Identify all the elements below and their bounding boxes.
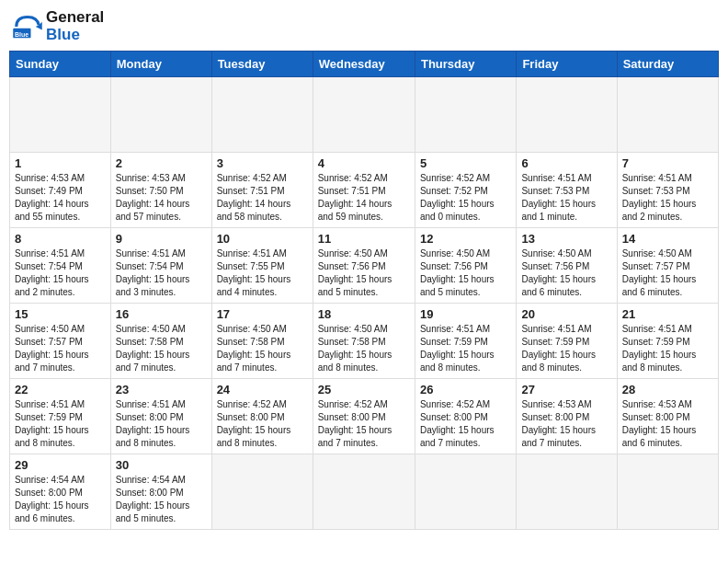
col-header-sunday: Sunday <box>10 52 111 77</box>
day-cell-11: 11Sunrise: 4:50 AM Sunset: 7:56 PM Dayli… <box>313 228 415 304</box>
day-cell-19: 19Sunrise: 4:51 AM Sunset: 7:59 PM Dayli… <box>415 304 516 379</box>
empty-cell <box>617 77 718 153</box>
col-header-friday: Friday <box>517 52 617 77</box>
empty-cell <box>415 454 516 530</box>
day-number: 29 <box>15 458 106 472</box>
day-cell-3: 3Sunrise: 4:52 AM Sunset: 7:51 PM Daylig… <box>211 153 313 228</box>
day-number: 15 <box>15 307 106 321</box>
col-header-saturday: Saturday <box>617 52 718 77</box>
col-header-wednesday: Wednesday <box>313 52 415 77</box>
svg-text:Blue: Blue <box>15 30 28 37</box>
day-number: 20 <box>521 307 611 321</box>
day-number: 9 <box>116 232 207 246</box>
empty-cell <box>313 454 415 530</box>
empty-cell <box>211 454 313 530</box>
day-cell-2: 2Sunrise: 4:53 AM Sunset: 7:50 PM Daylig… <box>110 153 211 228</box>
day-info: Sunrise: 4:50 AM Sunset: 7:56 PM Dayligh… <box>521 247 611 299</box>
week-row-5: 29Sunrise: 4:54 AM Sunset: 8:00 PM Dayli… <box>10 454 719 530</box>
day-info: Sunrise: 4:52 AM Sunset: 8:00 PM Dayligh… <box>420 398 511 450</box>
day-cell-9: 9Sunrise: 4:51 AM Sunset: 7:54 PM Daylig… <box>110 228 211 304</box>
logo-text-line2: Blue <box>46 27 104 44</box>
day-cell-1: 1Sunrise: 4:53 AM Sunset: 7:49 PM Daylig… <box>10 153 111 228</box>
empty-cell <box>110 77 211 153</box>
day-info: Sunrise: 4:51 AM Sunset: 7:59 PM Dayligh… <box>15 398 106 450</box>
calendar-header-row: SundayMondayTuesdayWednesdayThursdayFrid… <box>10 52 719 77</box>
empty-cell <box>517 77 617 153</box>
day-cell-28: 28Sunrise: 4:53 AM Sunset: 8:00 PM Dayli… <box>617 379 718 454</box>
day-info: Sunrise: 4:50 AM Sunset: 7:57 PM Dayligh… <box>622 247 713 299</box>
day-info: Sunrise: 4:50 AM Sunset: 7:58 PM Dayligh… <box>318 323 410 374</box>
day-cell-13: 13Sunrise: 4:50 AM Sunset: 7:56 PM Dayli… <box>517 228 617 304</box>
day-number: 1 <box>15 156 106 170</box>
day-cell-5: 5Sunrise: 4:52 AM Sunset: 7:52 PM Daylig… <box>415 153 516 228</box>
day-cell-12: 12Sunrise: 4:50 AM Sunset: 7:56 PM Dayli… <box>415 228 516 304</box>
day-info: Sunrise: 4:50 AM Sunset: 7:57 PM Dayligh… <box>15 323 106 374</box>
day-number: 6 <box>521 156 611 170</box>
day-number: 10 <box>217 232 308 246</box>
day-number: 25 <box>318 383 410 396</box>
day-cell-20: 20Sunrise: 4:51 AM Sunset: 7:59 PM Dayli… <box>517 304 617 379</box>
day-cell-30: 30Sunrise: 4:54 AM Sunset: 8:00 PM Dayli… <box>110 454 211 530</box>
day-info: Sunrise: 4:51 AM Sunset: 7:54 PM Dayligh… <box>15 247 106 299</box>
day-info: Sunrise: 4:52 AM Sunset: 7:51 PM Dayligh… <box>318 172 410 224</box>
day-info: Sunrise: 4:51 AM Sunset: 7:53 PM Dayligh… <box>622 172 713 224</box>
day-info: Sunrise: 4:51 AM Sunset: 7:59 PM Dayligh… <box>622 323 713 374</box>
empty-cell <box>517 454 617 530</box>
day-number: 30 <box>116 458 207 472</box>
col-header-tuesday: Tuesday <box>211 52 313 77</box>
day-number: 3 <box>217 156 308 170</box>
week-row-2: 8Sunrise: 4:51 AM Sunset: 7:54 PM Daylig… <box>10 228 719 304</box>
day-number: 13 <box>521 232 611 246</box>
day-cell-14: 14Sunrise: 4:50 AM Sunset: 7:57 PM Dayli… <box>617 228 718 304</box>
day-number: 16 <box>116 307 207 321</box>
day-info: Sunrise: 4:52 AM Sunset: 7:52 PM Dayligh… <box>420 172 511 224</box>
day-number: 7 <box>622 156 713 170</box>
col-header-thursday: Thursday <box>415 52 516 77</box>
day-number: 24 <box>217 383 308 396</box>
day-number: 23 <box>116 383 207 396</box>
day-info: Sunrise: 4:50 AM Sunset: 7:58 PM Dayligh… <box>217 323 308 374</box>
day-info: Sunrise: 4:52 AM Sunset: 7:51 PM Dayligh… <box>217 172 308 224</box>
day-cell-6: 6Sunrise: 4:51 AM Sunset: 7:53 PM Daylig… <box>517 153 617 228</box>
day-info: Sunrise: 4:54 AM Sunset: 8:00 PM Dayligh… <box>116 474 207 525</box>
day-number: 27 <box>521 383 611 396</box>
day-number: 22 <box>15 383 106 396</box>
day-cell-29: 29Sunrise: 4:54 AM Sunset: 8:00 PM Dayli… <box>10 454 111 530</box>
day-number: 8 <box>15 232 106 246</box>
day-cell-15: 15Sunrise: 4:50 AM Sunset: 7:57 PM Dayli… <box>10 304 111 379</box>
day-info: Sunrise: 4:51 AM Sunset: 7:55 PM Dayligh… <box>217 247 308 299</box>
day-cell-16: 16Sunrise: 4:50 AM Sunset: 7:58 PM Dayli… <box>110 304 211 379</box>
day-cell-21: 21Sunrise: 4:51 AM Sunset: 7:59 PM Dayli… <box>617 304 718 379</box>
day-cell-25: 25Sunrise: 4:52 AM Sunset: 8:00 PM Dayli… <box>313 379 415 454</box>
day-cell-22: 22Sunrise: 4:51 AM Sunset: 7:59 PM Dayli… <box>10 379 111 454</box>
day-cell-26: 26Sunrise: 4:52 AM Sunset: 8:00 PM Dayli… <box>415 379 516 454</box>
day-number: 4 <box>318 156 410 170</box>
day-number: 14 <box>622 232 713 246</box>
day-info: Sunrise: 4:52 AM Sunset: 8:00 PM Dayligh… <box>217 398 308 450</box>
empty-cell <box>10 77 111 153</box>
day-cell-4: 4Sunrise: 4:52 AM Sunset: 7:51 PM Daylig… <box>313 153 415 228</box>
week-row-1: 1Sunrise: 4:53 AM Sunset: 7:49 PM Daylig… <box>10 153 719 228</box>
week-row-0 <box>10 77 719 153</box>
empty-cell <box>617 454 718 530</box>
day-number: 5 <box>420 156 511 170</box>
day-info: Sunrise: 4:51 AM Sunset: 7:59 PM Dayligh… <box>521 323 611 374</box>
logo: Blue General Blue <box>13 9 104 43</box>
day-cell-10: 10Sunrise: 4:51 AM Sunset: 7:55 PM Dayli… <box>211 228 313 304</box>
day-number: 21 <box>622 307 713 321</box>
col-header-monday: Monday <box>110 52 211 77</box>
day-info: Sunrise: 4:53 AM Sunset: 8:00 PM Dayligh… <box>622 398 713 450</box>
week-row-4: 22Sunrise: 4:51 AM Sunset: 7:59 PM Dayli… <box>10 379 719 454</box>
day-info: Sunrise: 4:53 AM Sunset: 8:00 PM Dayligh… <box>521 398 611 450</box>
day-number: 17 <box>217 307 308 321</box>
day-info: Sunrise: 4:51 AM Sunset: 8:00 PM Dayligh… <box>116 398 207 450</box>
day-cell-8: 8Sunrise: 4:51 AM Sunset: 7:54 PM Daylig… <box>10 228 111 304</box>
day-info: Sunrise: 4:53 AM Sunset: 7:49 PM Dayligh… <box>15 172 106 224</box>
day-info: Sunrise: 4:51 AM Sunset: 7:59 PM Dayligh… <box>420 323 511 374</box>
day-number: 2 <box>116 156 207 170</box>
day-number: 19 <box>420 307 511 321</box>
day-info: Sunrise: 4:52 AM Sunset: 8:00 PM Dayligh… <box>318 398 410 450</box>
day-cell-18: 18Sunrise: 4:50 AM Sunset: 7:58 PM Dayli… <box>313 304 415 379</box>
empty-cell <box>415 77 516 153</box>
day-number: 26 <box>420 383 511 396</box>
